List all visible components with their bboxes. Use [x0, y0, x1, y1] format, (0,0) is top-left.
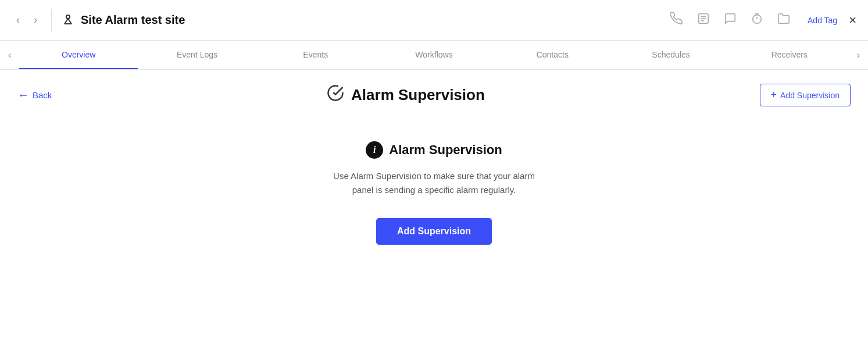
tab-receivers[interactable]: Receivers [730, 41, 849, 69]
nav-back-button[interactable]: ‹ [12, 12, 24, 28]
nav-forward-button[interactable]: › [29, 12, 42, 28]
back-arrow-icon: ← [17, 88, 29, 102]
empty-state: i Alarm Supervision Use Alarm Supervisio… [17, 130, 851, 268]
tab-bar: ‹ Overview Event Logs Events Workflows C… [0, 41, 868, 70]
sub-header: ← Back Alarm Supervision + Add Supervisi… [17, 84, 851, 106]
folder-icon[interactable] [777, 12, 790, 28]
tab-schedules[interactable]: Schedules [612, 41, 730, 69]
tab-overview[interactable]: Overview [19, 41, 138, 69]
nav-arrows: ‹ › [12, 12, 42, 28]
alarm-supervision-icon [327, 84, 344, 106]
tab-scroll-left-button[interactable]: ‹ [0, 41, 19, 69]
top-bar: ‹ › Site Alarm test site [0, 0, 868, 41]
tab-event-logs[interactable]: Event Logs [138, 41, 256, 69]
svg-point-8 [753, 15, 762, 24]
edit-icon[interactable] [697, 12, 710, 28]
timer-icon[interactable] [751, 12, 763, 28]
svg-point-0 [66, 15, 70, 19]
top-bar-icons [670, 12, 790, 28]
close-button[interactable]: × [849, 13, 856, 28]
comment-icon[interactable] [724, 12, 737, 28]
empty-state-description: Use Alarm Supervision to make sure that … [333, 169, 535, 197]
tab-contacts[interactable]: Contacts [493, 41, 612, 69]
add-tag-button[interactable]: Add Tag [808, 16, 837, 25]
tab-events[interactable]: Events [256, 41, 375, 69]
site-title: Site Alarm test site [81, 13, 185, 27]
tab-workflows[interactable]: Workflows [375, 41, 494, 69]
phone-icon[interactable] [670, 12, 683, 28]
tab-scroll-right-button[interactable]: › [849, 41, 868, 69]
info-icon: i [366, 141, 383, 159]
vertical-divider [51, 9, 52, 32]
site-icon [61, 12, 75, 28]
plus-icon: + [771, 89, 777, 101]
content-area: ← Back Alarm Supervision + Add Supervisi… [0, 70, 868, 343]
svg-line-2 [68, 19, 72, 24]
add-supervision-primary-button[interactable]: Add Supervision [376, 218, 492, 245]
page-title: Alarm Supervision [351, 86, 485, 104]
page-title-container: Alarm Supervision [52, 84, 759, 106]
empty-state-heading: i Alarm Supervision [366, 141, 502, 159]
add-supervision-header-button[interactable]: + Add Supervision [760, 84, 851, 106]
back-button[interactable]: ← Back [17, 88, 52, 102]
svg-line-1 [65, 19, 68, 24]
